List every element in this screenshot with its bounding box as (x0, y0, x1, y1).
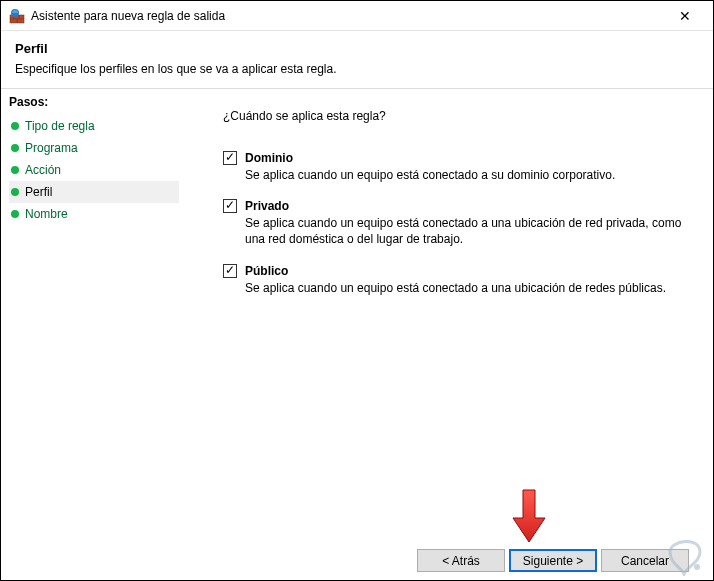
bullet-icon (11, 122, 19, 130)
button-row: < Atrás Siguiente > Cancelar (223, 541, 689, 576)
body-area: Pasos: Tipo de regla Programa Acción Per… (1, 89, 713, 581)
close-button[interactable]: ✕ (665, 3, 705, 29)
window-title: Asistente para nueva regla de salida (31, 9, 225, 23)
question-text: ¿Cuándo se aplica esta regla? (223, 109, 689, 123)
firewall-icon (9, 8, 25, 24)
step-label[interactable]: Nombre (25, 207, 68, 221)
option-description: Se aplica cuando un equipo está conectad… (245, 280, 689, 296)
steps-heading: Pasos: (9, 95, 179, 109)
next-button[interactable]: Siguiente > (509, 549, 597, 572)
step-nombre[interactable]: Nombre (9, 203, 179, 225)
step-label[interactable]: Acción (25, 163, 61, 177)
checkbox-publico[interactable] (223, 264, 237, 278)
step-accion[interactable]: Acción (9, 159, 179, 181)
checkbox-dominio[interactable] (223, 151, 237, 165)
step-perfil[interactable]: Perfil (9, 181, 179, 203)
step-label[interactable]: Programa (25, 141, 78, 155)
back-button[interactable]: < Atrás (417, 549, 505, 572)
titlebar: Asistente para nueva regla de salida ✕ (1, 1, 713, 31)
step-label[interactable]: Tipo de regla (25, 119, 95, 133)
titlebar-left: Asistente para nueva regla de salida (9, 8, 225, 24)
attention-arrow-icon (509, 488, 549, 544)
bullet-icon (11, 166, 19, 174)
header-panel: Perfil Especifique los perfiles en los q… (1, 31, 713, 89)
option-label: Público (245, 264, 288, 278)
option-dominio: Dominio Se aplica cuando un equipo está … (223, 151, 689, 183)
page-subtitle: Especifique los perfiles en los que se v… (15, 62, 699, 76)
bullet-icon (11, 210, 19, 218)
bullet-icon (11, 144, 19, 152)
watermark-icon (662, 530, 708, 579)
option-description: Se aplica cuando un equipo está conectad… (245, 215, 689, 247)
bullet-icon (11, 188, 19, 196)
option-publico: Público Se aplica cuando un equipo está … (223, 264, 689, 296)
svg-point-7 (694, 564, 700, 570)
step-label: Perfil (25, 185, 52, 199)
step-programa[interactable]: Programa (9, 137, 179, 159)
checkbox-privado[interactable] (223, 199, 237, 213)
step-tipo-de-regla[interactable]: Tipo de regla (9, 115, 179, 137)
option-label: Dominio (245, 151, 293, 165)
option-privado: Privado Se aplica cuando un equipo está … (223, 199, 689, 247)
content-panel: ¿Cuándo se aplica esta regla? Dominio Se… (179, 89, 713, 581)
page-title: Perfil (15, 41, 699, 56)
content-top: ¿Cuándo se aplica esta regla? Dominio Se… (223, 109, 689, 312)
option-description: Se aplica cuando un equipo está conectad… (245, 167, 689, 183)
option-label: Privado (245, 199, 289, 213)
steps-sidebar: Pasos: Tipo de regla Programa Acción Per… (1, 89, 179, 581)
close-icon: ✕ (679, 8, 691, 24)
